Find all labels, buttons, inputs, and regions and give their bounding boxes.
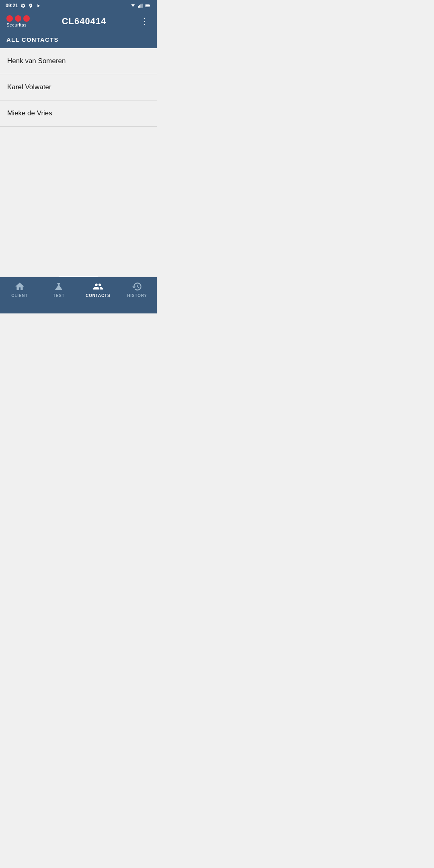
wifi-icon [130, 3, 136, 8]
status-right [130, 3, 151, 8]
svg-rect-2 [141, 4, 141, 8]
svg-rect-6 [146, 5, 149, 7]
logo-dot-3 [23, 15, 30, 22]
status-time: 09:21 [6, 3, 18, 8]
contact-list: Henk van Someren Karel Volwater Mieke de… [0, 48, 157, 277]
contact-name-1: Henk van Someren [7, 57, 66, 65]
nav-item-client[interactable]: CLIENT [0, 281, 39, 298]
nav-item-contacts[interactable]: CONTACTS [78, 281, 118, 298]
status-left: 09:21 [6, 3, 41, 8]
contacts-icon [93, 281, 103, 292]
section-header: ALL CONTACTS [0, 32, 157, 48]
bottom-navigation: CLIENT TEST CONTACTS HISTORY [0, 277, 157, 313]
nav-item-history[interactable]: HISTORY [118, 281, 157, 298]
nav-label-client: CLIENT [11, 293, 28, 298]
content-area: Securitas CL640414 ⋮ ALL CONTACTS Henk v… [0, 11, 157, 277]
contact-name-3: Mieke de Vries [7, 109, 52, 117]
nav-label-contacts: CONTACTS [86, 293, 110, 298]
history-icon [132, 281, 142, 292]
svg-rect-1 [139, 5, 140, 8]
svg-rect-3 [142, 4, 143, 8]
contact-item-2[interactable]: Karel Volwater [0, 74, 157, 100]
status-bar: 09:21 [0, 0, 157, 11]
logo-dots [6, 15, 30, 22]
play-icon [36, 3, 41, 8]
svg-rect-0 [138, 6, 139, 8]
section-title: ALL CONTACTS [6, 36, 59, 43]
nav-item-test[interactable]: TEST [39, 281, 79, 298]
signal-icon [138, 3, 143, 8]
logo-dot-1 [6, 15, 13, 22]
contact-name-2: Karel Volwater [7, 83, 51, 91]
logo-dot-2 [15, 15, 21, 22]
settings-icon [20, 3, 26, 8]
home-icon [14, 281, 25, 292]
test-icon [53, 281, 64, 292]
active-tab-indicator [59, 276, 98, 277]
location-icon [28, 3, 33, 8]
nav-label-test: TEST [53, 293, 65, 298]
svg-rect-5 [149, 5, 150, 6]
app-header: Securitas CL640414 ⋮ [0, 11, 157, 32]
contact-item-3[interactable]: Mieke de Vries [0, 100, 157, 127]
battery-icon [145, 3, 151, 8]
securitas-logo: Securitas [6, 15, 30, 27]
contact-item-1[interactable]: Henk van Someren [0, 48, 157, 74]
logo-text: Securitas [6, 23, 27, 27]
overflow-menu-button[interactable]: ⋮ [138, 15, 150, 27]
client-id-title: CL640414 [62, 16, 106, 27]
nav-label-history: HISTORY [127, 293, 147, 298]
